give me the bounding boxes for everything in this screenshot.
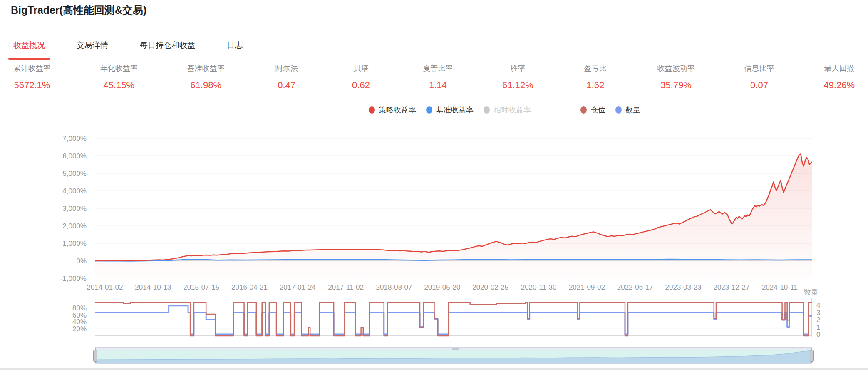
- x-axis-tick: 2023-12-27: [713, 283, 749, 292]
- x-axis-tick: 2017-11-02: [328, 283, 364, 292]
- metric-label: 盈亏比: [583, 63, 608, 73]
- datazoom-slider[interactable]: [95, 347, 812, 364]
- legend-item[interactable]: 相对收益率: [484, 105, 531, 115]
- metric-value: 1.62: [583, 80, 608, 91]
- datazoom-right-handle[interactable]: [810, 350, 814, 362]
- metric-5: 夏普比率1.14: [423, 63, 453, 91]
- metric-label: 累计收益率: [13, 63, 51, 73]
- metric-3: 阿尔法0.47: [274, 63, 299, 91]
- y-axis-tick: 2,000%: [62, 222, 87, 230]
- position-chart-right-axis: 43210: [816, 298, 841, 337]
- legend-label: 相对收益率: [494, 105, 531, 115]
- metric-6: 胜率61.12%: [502, 63, 533, 91]
- metrics-row: 累计收益率5672.1%年化收益率45.15%基准收益率61.98%阿尔法0.4…: [0, 63, 868, 91]
- datazoom-move-handle[interactable]: [452, 348, 459, 350]
- metric-label: 最大回撤: [823, 63, 855, 73]
- legend-label: 基准收益率: [436, 105, 474, 115]
- metric-label: 基准收益率: [187, 63, 225, 73]
- legend-item[interactable]: 策略收益率: [369, 105, 416, 115]
- metric-value: 45.15%: [100, 80, 138, 91]
- metric-label: 年化收益率: [100, 63, 138, 73]
- metric-value: 61.98%: [187, 80, 225, 91]
- legend-item[interactable]: 数量: [615, 105, 640, 115]
- main-chart-x-axis: 2014-01-022014-10-132015-07-152016-04-21…: [95, 283, 812, 293]
- metric-1: 年化收益率45.15%: [100, 63, 138, 91]
- metric-value: 49.26%: [823, 80, 855, 91]
- x-axis-tick: 2019-05-20: [424, 283, 460, 292]
- x-axis-tick: 2023-03-23: [665, 283, 702, 292]
- legend-dot-icon: [615, 106, 622, 114]
- metric-2: 基准收益率61.98%: [187, 63, 225, 91]
- legend-label: 策略收益率: [379, 105, 416, 115]
- y-axis-tick: -1,000%: [60, 275, 87, 283]
- tab-1[interactable]: 交易详情: [72, 32, 113, 59]
- metric-10: 最大回撤49.26%: [823, 63, 855, 91]
- metric-label: 阿尔法: [274, 63, 299, 73]
- metric-0: 累计收益率5672.1%: [13, 63, 51, 91]
- legend-item[interactable]: 仓位: [580, 105, 605, 115]
- x-axis-tick: 2015-07-15: [183, 283, 219, 292]
- legend-dot-icon: [580, 106, 587, 114]
- metric-label: 贝塔: [349, 63, 374, 73]
- x-axis-tick: 2016-04-21: [231, 283, 268, 292]
- legend-label: 仓位: [590, 105, 605, 115]
- legend-dot-icon: [426, 106, 432, 114]
- y-axis-tick: 3,000%: [62, 205, 87, 213]
- x-axis-tick: 2024-10-11: [762, 283, 798, 292]
- metric-value: 35.79%: [657, 80, 695, 91]
- metric-label: 胜率: [502, 63, 533, 73]
- metric-value: 0.07: [744, 80, 774, 91]
- metric-value: 0.62: [349, 80, 374, 91]
- tab-2[interactable]: 每日持仓和收益: [135, 32, 200, 59]
- metric-label: 信息比率: [744, 63, 774, 73]
- legend-label: 数量: [625, 105, 640, 115]
- bigtrader-window: BigTrader(高性能回测&交易) 收益概况交易详情每日持仓和收益日志 累计…: [0, 0, 868, 370]
- position-right-tick: 0: [816, 330, 820, 339]
- metric-value: 0.47: [274, 80, 299, 91]
- metric-9: 信息比率0.07: [744, 63, 774, 91]
- x-axis-tick: 2020-02-25: [472, 283, 508, 292]
- legend-position: 仓位数量: [580, 105, 650, 115]
- metric-8: 收益波动率35.79%: [657, 63, 695, 91]
- metric-label: 收益波动率: [657, 63, 695, 73]
- y-axis-tick: 0%: [76, 257, 87, 265]
- tab-bar: 收益概况交易详情每日持仓和收益日志: [0, 32, 868, 59]
- y-axis-tick: 7,000%: [62, 135, 87, 143]
- metric-label: 夏普比率: [423, 63, 453, 73]
- position-left-tick: 20%: [72, 325, 87, 333]
- tab-0[interactable]: 收益概况: [8, 32, 50, 59]
- metric-7: 盈亏比1.62: [583, 63, 608, 91]
- x-axis-tick: 2017-01-24: [280, 283, 316, 292]
- right-axis-name: 数量: [804, 288, 818, 297]
- datazoom-left-handle[interactable]: [93, 350, 97, 362]
- x-axis-tick: 2022-06-17: [617, 283, 653, 292]
- y-axis-tick: 5,000%: [62, 170, 87, 178]
- main-chart-y-axis: 7,000%6,000%5,000%4,000%3,000%2,000%1,00…: [0, 135, 91, 282]
- legend-main: 策略收益率基准收益率相对收益率: [369, 105, 541, 115]
- x-axis-tick: 2014-01-02: [87, 283, 123, 292]
- metric-4: 贝塔0.62: [349, 63, 374, 91]
- page-title: BigTrader(高性能回测&交易): [11, 3, 146, 17]
- legend-dot-icon: [369, 106, 375, 114]
- y-axis-tick: 6,000%: [62, 152, 87, 160]
- metric-value: 1.14: [423, 80, 453, 91]
- x-axis-tick: 2018-08-07: [376, 283, 412, 292]
- legend-dot-icon: [484, 106, 490, 114]
- position-chart-plot[interactable]: [95, 298, 812, 337]
- window-bottom-edge: [0, 368, 868, 370]
- y-axis-tick: 4,000%: [62, 187, 87, 195]
- metric-value: 61.12%: [502, 80, 533, 91]
- y-axis-tick: 1,000%: [62, 240, 87, 248]
- legend-item[interactable]: 基准收益率: [426, 105, 474, 115]
- x-axis-tick: 2021-09-02: [569, 283, 605, 292]
- metric-value: 5672.1%: [13, 80, 51, 91]
- tab-3[interactable]: 日志: [222, 32, 248, 59]
- main-chart-plot[interactable]: [95, 138, 812, 278]
- position-chart-left-axis: 80%60%40%20%: [0, 298, 91, 337]
- x-axis-tick: 2014-10-13: [135, 283, 171, 292]
- x-axis-tick: 2020-11-30: [521, 283, 557, 292]
